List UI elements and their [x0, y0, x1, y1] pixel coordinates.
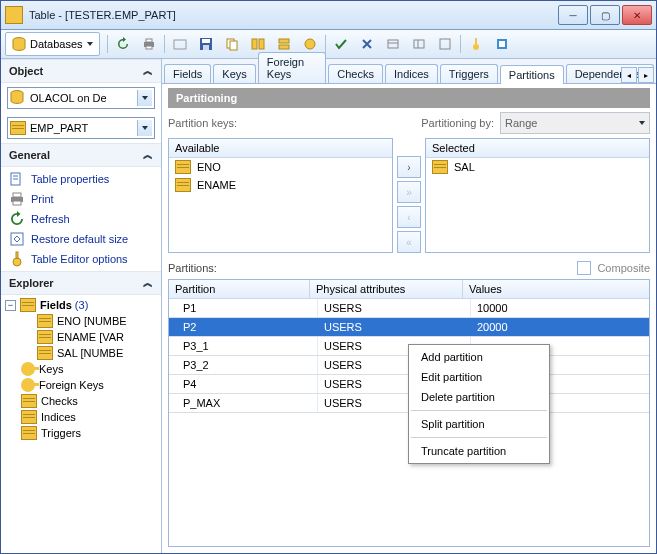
- main-area: Fields Keys Foreign Keys Checks Indices …: [162, 59, 656, 553]
- move-left-button[interactable]: ‹: [397, 206, 421, 228]
- sidebar-item-table-properties[interactable]: Table properties: [1, 169, 161, 189]
- general-header[interactable]: General ︽: [1, 143, 161, 167]
- table-dropdown[interactable]: EMP_PART: [7, 117, 155, 139]
- tree-fields-node[interactable]: − Fields (3): [5, 297, 157, 313]
- col-header-partition[interactable]: Partition: [169, 280, 310, 298]
- tree-field-item[interactable]: ENAME [VAR: [5, 329, 157, 345]
- move-right-button[interactable]: ›: [397, 156, 421, 178]
- partition-keys-label: Partition keys:: [168, 117, 237, 129]
- move-all-left-button[interactable]: «: [397, 231, 421, 253]
- partitioning-by-label: Partitioning by:: [421, 117, 494, 129]
- maximize-button[interactable]: ▢: [590, 5, 620, 25]
- object-header[interactable]: Object ︽: [1, 59, 161, 83]
- tree-field-item[interactable]: SAL [NUMBE: [5, 345, 157, 361]
- save-button[interactable]: [194, 32, 218, 56]
- move-all-right-button[interactable]: »: [397, 181, 421, 203]
- refresh-button[interactable]: [111, 32, 135, 56]
- svg-rect-12: [279, 39, 289, 43]
- tree-label: Triggers: [41, 427, 81, 439]
- svg-rect-13: [279, 45, 289, 49]
- ctx-edit-partition[interactable]: Edit partition: [409, 367, 549, 387]
- sidebar-item-restore-size[interactable]: Restore default size: [1, 229, 161, 249]
- ctx-truncate-partition[interactable]: Truncate partition: [409, 441, 549, 461]
- tree-label: Checks: [41, 395, 78, 407]
- titlebar: Table - [TESTER.EMP_PART] ─ ▢ ✕: [1, 1, 656, 30]
- tab-triggers[interactable]: Triggers: [440, 64, 498, 83]
- context-menu: Add partition Edit partition Delete part…: [408, 344, 550, 464]
- menu-separator: [411, 437, 547, 438]
- cell-values: 20000: [471, 318, 649, 336]
- print-button[interactable]: [137, 32, 161, 56]
- tree-count: (3): [75, 299, 88, 311]
- tool-btn-11[interactable]: [490, 32, 514, 56]
- tool-btn-1[interactable]: [168, 32, 192, 56]
- list-item-label: SAL: [454, 161, 475, 173]
- svg-point-32: [13, 258, 21, 266]
- sidebar-item-print[interactable]: Print: [1, 189, 161, 209]
- ctx-split-partition[interactable]: Split partition: [409, 414, 549, 434]
- cancel-button[interactable]: [355, 32, 379, 56]
- tab-fields[interactable]: Fields: [164, 64, 211, 83]
- tree-keys-node[interactable]: Keys: [5, 361, 157, 377]
- sidebar-item-refresh[interactable]: Refresh: [1, 209, 161, 229]
- tree-checks-node[interactable]: Checks: [5, 393, 157, 409]
- ctx-add-partition[interactable]: Add partition: [409, 347, 549, 367]
- minimize-button[interactable]: ─: [558, 5, 588, 25]
- foreign-key-icon: [21, 378, 35, 392]
- collapse-icon: ︽: [143, 64, 153, 78]
- col-header-attributes[interactable]: Physical attributes: [310, 280, 463, 298]
- checks-icon: [21, 394, 37, 408]
- available-item[interactable]: ENAME: [169, 176, 392, 194]
- triggers-icon: [21, 426, 37, 440]
- databases-dropdown[interactable]: Databases: [5, 32, 100, 56]
- explorer-tree: − Fields (3) ENO [NUMBE ENAME [VAR SAL […: [1, 295, 161, 447]
- svg-rect-2: [146, 39, 152, 42]
- svg-point-20: [473, 44, 479, 50]
- panel-title: Partitioning: [168, 88, 650, 108]
- tree-label: Indices: [41, 411, 76, 423]
- tab-checks[interactable]: Checks: [328, 64, 383, 83]
- connection-value: OLACOL on De: [30, 92, 133, 104]
- connection-dropdown[interactable]: OLACOL on De: [7, 87, 155, 109]
- table-icon: [10, 121, 26, 135]
- tree-field-item[interactable]: ENO [NUMBE: [5, 313, 157, 329]
- selected-item[interactable]: SAL: [426, 158, 649, 176]
- svg-rect-4: [174, 40, 186, 49]
- chevron-down-icon: [639, 121, 645, 125]
- sidebar-item-label: Restore default size: [31, 233, 128, 245]
- tab-foreign-keys[interactable]: Foreign Keys: [258, 52, 327, 83]
- commit-button[interactable]: [329, 32, 353, 56]
- database-icon: [10, 90, 26, 106]
- table-row[interactable]: P1USERS10000: [169, 299, 649, 318]
- key-icon: [21, 362, 35, 376]
- sidebar-item-editor-options[interactable]: Table Editor options: [1, 249, 161, 269]
- tab-scroll-right-button[interactable]: ▸: [638, 67, 654, 83]
- close-button[interactable]: ✕: [622, 5, 652, 25]
- tool-btn-9[interactable]: [433, 32, 457, 56]
- tool-btn-7[interactable]: [381, 32, 405, 56]
- svg-rect-29: [13, 193, 21, 197]
- tab-scroll-left-button[interactable]: ◂: [621, 67, 637, 83]
- col-header-values[interactable]: Values: [463, 280, 649, 298]
- composite-checkbox[interactable]: [577, 261, 591, 275]
- explorer-header[interactable]: Explorer ︽: [1, 271, 161, 295]
- cell-attributes: USERS: [318, 318, 471, 336]
- table-row[interactable]: P2USERS20000: [169, 318, 649, 337]
- partitioning-by-dropdown[interactable]: Range: [500, 112, 650, 134]
- sidebar-item-label: Table Editor options: [31, 253, 128, 265]
- tab-keys[interactable]: Keys: [213, 64, 255, 83]
- ctx-delete-partition[interactable]: Delete partition: [409, 387, 549, 407]
- tree-indices-node[interactable]: Indices: [5, 409, 157, 425]
- tool-btn-copy[interactable]: [220, 32, 244, 56]
- tree-triggers-node[interactable]: Triggers: [5, 425, 157, 441]
- tool-btn-10[interactable]: [464, 32, 488, 56]
- tab-indices[interactable]: Indices: [385, 64, 438, 83]
- cell-partition: P1: [169, 299, 318, 317]
- tree-foreign-keys-node[interactable]: Foreign Keys: [5, 377, 157, 393]
- tab-partitions[interactable]: Partitions: [500, 65, 564, 84]
- cell-values: 10000: [471, 299, 649, 317]
- svg-point-14: [305, 39, 315, 49]
- minus-icon[interactable]: −: [5, 300, 16, 311]
- available-item[interactable]: ENO: [169, 158, 392, 176]
- tool-btn-8[interactable]: [407, 32, 431, 56]
